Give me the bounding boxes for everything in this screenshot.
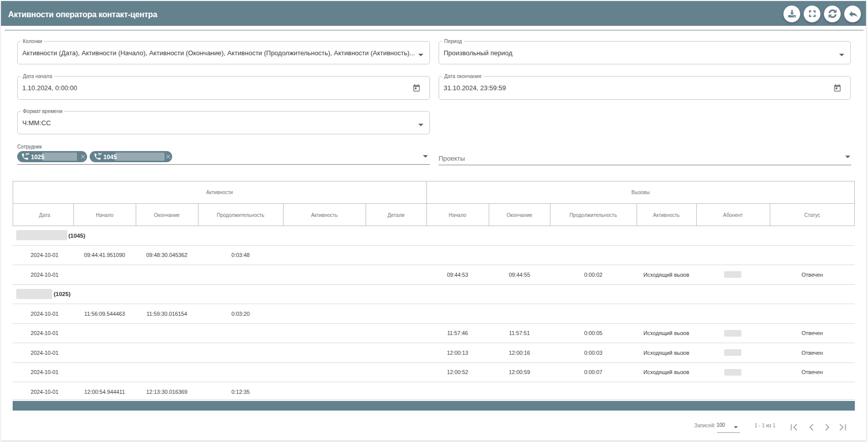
svg-text:SIP: SIP bbox=[25, 153, 29, 156]
svg-text:SIP: SIP bbox=[98, 153, 102, 156]
